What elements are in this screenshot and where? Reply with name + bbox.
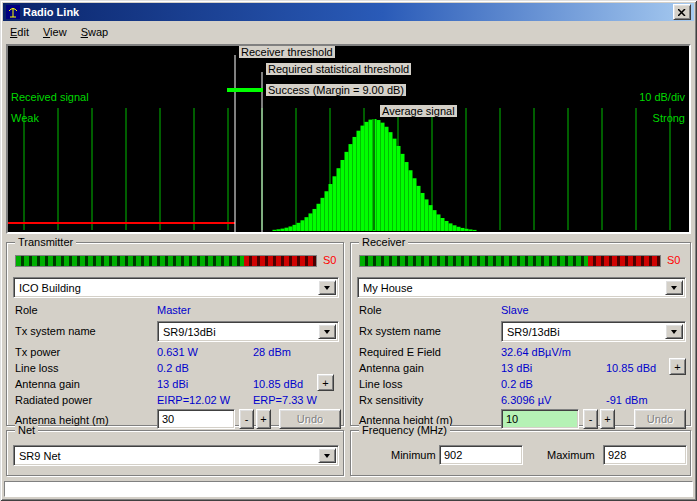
- close-icon: [678, 9, 686, 16]
- frequency-max-label: Maximum: [547, 449, 595, 462]
- status-bar: [4, 481, 693, 497]
- rx-sensitivity-uv: 6.3096 µV: [501, 394, 551, 407]
- tx-system-value: SR9/13dBi: [163, 326, 216, 338]
- tx-gain-dbi: 13 dBi: [157, 378, 188, 391]
- receiver-caption: Receiver: [359, 236, 408, 249]
- tx-eirp-value: EIRP=12.02 W: [157, 394, 230, 407]
- tx-antenna-gain-label: Antenna gain: [15, 378, 80, 391]
- frequency-group: Frequency (MHz) Minimum Maximum: [350, 430, 691, 476]
- net-combo[interactable]: SR9 Net: [13, 445, 339, 466]
- rx-site-dropdown-icon[interactable]: [665, 280, 683, 295]
- tx-system-combo[interactable]: SR9/13dBi: [157, 321, 339, 342]
- rx-height-increment-button[interactable]: +: [600, 409, 615, 429]
- rx-signal-meter: [359, 255, 661, 267]
- tx-power-watts: 0.631 W: [157, 346, 198, 359]
- rx-efield-label: Required E Field: [359, 346, 441, 359]
- window-title: Radio Link: [23, 6, 79, 18]
- tx-power-label: Tx power: [15, 346, 60, 359]
- tx-line-loss-label: Line loss: [15, 362, 58, 375]
- tx-power-dbm: 28 dBm: [253, 346, 291, 359]
- tx-signal-meter: [15, 255, 317, 267]
- radio-link-window: Radio Link Edit View Swap Receiver thres…: [0, 0, 697, 501]
- title-bar[interactable]: Radio Link: [3, 3, 694, 21]
- rx-role-label: Role: [359, 304, 382, 317]
- tx-antenna-height-input[interactable]: [157, 409, 235, 429]
- receiver-threshold-label: Receiver threshold: [239, 46, 335, 58]
- rx-sensitivity-dbm: -91 dBm: [606, 394, 648, 407]
- scale-label: 10 dB/div: [639, 91, 685, 103]
- frequency-min-input[interactable]: [439, 445, 523, 465]
- rx-site-combo[interactable]: My House: [357, 277, 686, 298]
- net-group: Net SR9 Net: [6, 430, 344, 476]
- rx-line-loss-value: 0.2 dB: [501, 378, 533, 391]
- menu-swap[interactable]: Swap: [74, 24, 116, 40]
- weak-label: Weak: [11, 112, 39, 124]
- close-button[interactable]: [673, 4, 691, 20]
- rx-gain-dbd: 10.85 dBd: [606, 362, 656, 375]
- tx-system-label: Tx system name: [15, 325, 96, 338]
- rx-gain-dbi: 13 dBi: [501, 362, 532, 375]
- rx-sensitivity-label: Rx sensitivity: [359, 394, 423, 407]
- rx-line-loss-label: Line loss: [359, 378, 402, 391]
- success-label: Success (Margin = 9.00 dB): [266, 84, 406, 96]
- app-icon: [6, 5, 20, 19]
- tx-line-loss-value: 0.2 dB: [157, 362, 189, 375]
- signal-chart: Receiver threshold Required statistical …: [6, 44, 691, 234]
- rx-antenna-height-input[interactable]: [501, 409, 579, 429]
- tx-height-decrement-button[interactable]: -: [239, 409, 254, 429]
- frequency-max-input[interactable]: [603, 445, 687, 465]
- tx-height-increment-button[interactable]: +: [256, 409, 271, 429]
- rx-system-value: SR9/13dBi: [507, 326, 560, 338]
- tx-system-dropdown-icon[interactable]: [318, 324, 336, 339]
- rx-antenna-gain-label: Antenna gain: [359, 362, 424, 375]
- rx-site-value: My House: [363, 282, 413, 294]
- rx-meter-red-zone: [588, 256, 660, 266]
- tx-site-value: ICO Building: [19, 282, 81, 294]
- tx-s-units-value: S0: [323, 254, 336, 266]
- rx-gain-plus-button[interactable]: +: [669, 358, 686, 375]
- menu-bar: Edit View Swap: [3, 22, 694, 41]
- average-signal-label: Average signal: [380, 105, 457, 117]
- rx-system-combo[interactable]: SR9/13dBi: [501, 321, 686, 342]
- tx-gain-dbd: 10.85 dBd: [253, 378, 303, 391]
- rx-system-dropdown-icon[interactable]: [665, 324, 683, 339]
- tx-role-label: Role: [15, 304, 38, 317]
- frequency-caption: Frequency (MHz): [359, 424, 450, 437]
- net-dropdown-icon[interactable]: [318, 448, 336, 463]
- rx-s-units-value: S0: [667, 254, 680, 266]
- transmitter-caption: Transmitter: [15, 236, 76, 249]
- strong-label: Strong: [653, 112, 685, 124]
- rx-efield-value: 32.64 dBµV/m: [501, 346, 571, 359]
- tx-role-value: Master: [157, 304, 191, 317]
- net-caption: Net: [15, 424, 38, 437]
- tx-gain-plus-button[interactable]: +: [317, 374, 334, 391]
- tx-meter-red-zone: [244, 256, 316, 266]
- receiver-group: Receiver S0 My House Role Slave Rx syste…: [350, 242, 691, 426]
- tx-site-dropdown-icon[interactable]: [318, 280, 336, 295]
- rx-system-label: Rx system name: [359, 325, 441, 338]
- transmitter-group: Transmitter S0 ICO Building Role Master …: [6, 242, 344, 426]
- tx-radiated-power-label: Radiated power: [15, 394, 92, 407]
- net-value: SR9 Net: [19, 450, 61, 462]
- tx-meter-green-zone: [16, 256, 244, 266]
- rx-role-value: Slave: [501, 304, 529, 317]
- menu-view[interactable]: View: [36, 24, 74, 40]
- rx-meter-green-zone: [360, 256, 588, 266]
- menu-edit[interactable]: Edit: [3, 24, 36, 40]
- required-threshold-label: Required statistical threshold: [266, 63, 411, 75]
- frequency-min-label: Minimum: [391, 449, 436, 462]
- rx-undo-button[interactable]: Undo: [634, 409, 686, 429]
- tx-site-combo[interactable]: ICO Building: [13, 277, 339, 298]
- received-signal-label: Received signal: [11, 91, 89, 103]
- tx-undo-button[interactable]: Undo: [279, 409, 341, 429]
- tx-erp-value: ERP=7.33 W: [253, 394, 317, 407]
- success-margin-line: [227, 88, 263, 92]
- rx-height-decrement-button[interactable]: -: [583, 409, 598, 429]
